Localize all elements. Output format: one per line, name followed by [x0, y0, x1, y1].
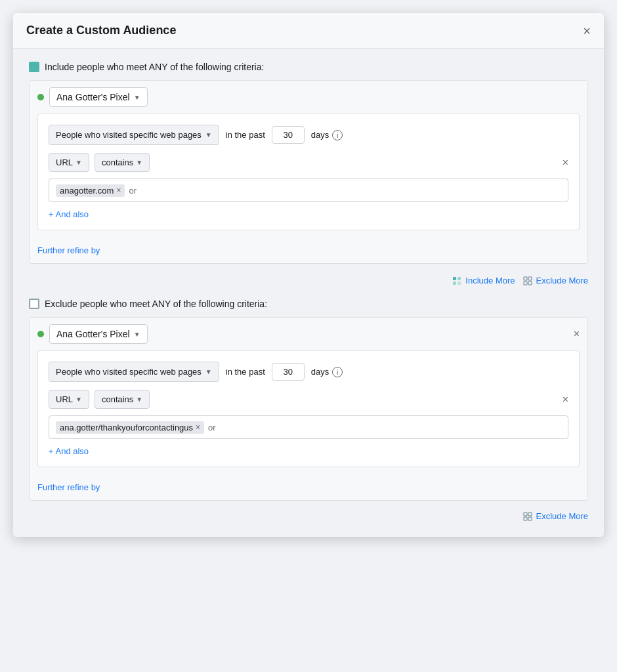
create-custom-audience-modal: Create a Custom Audience × Include peopl… — [13, 13, 604, 537]
exclude-icon — [29, 299, 39, 309]
exclude-and-also-button[interactable]: + And also — [49, 446, 89, 456]
include-more-label: Include More — [465, 276, 515, 285]
exclude-tag-value: ana.gotter/thankyouforcontactingus — [60, 423, 193, 432]
include-tag-remove-button[interactable]: × — [116, 186, 121, 195]
exclude-pixel-dropdown[interactable]: Ana Gotter's Pixel ▼ — [49, 324, 148, 344]
include-tag-value: anagotter.com — [60, 186, 114, 196]
exclude-contains-label: contains — [102, 394, 133, 404]
exclude-pixel-name: Ana Gotter's Pixel — [56, 329, 130, 339]
exclude-more-top-button[interactable]: Exclude More — [523, 276, 588, 285]
exclude-more-top-label: Exclude More — [536, 276, 588, 285]
svg-rect-3 — [457, 282, 461, 285]
exclude-more-bottom-button[interactable]: Exclude More — [523, 511, 588, 521]
exclude-or-label: or — [208, 423, 216, 432]
exclude-url-label: URL — [56, 394, 73, 404]
include-further-refine-button[interactable]: Further refine by — [37, 245, 100, 255]
pixel-name: Ana Gotter's Pixel — [56, 92, 130, 102]
modal-header: Create a Custom Audience × — [13, 13, 604, 49]
svg-rect-9 — [528, 513, 532, 516]
include-criteria-type-label: People who visited specific web pages — [56, 130, 202, 140]
bottom-actions-row: Exclude More — [29, 506, 588, 524]
exclude-url-arrow: ▼ — [75, 396, 82, 403]
svg-rect-11 — [528, 517, 532, 520]
svg-rect-0 — [453, 277, 456, 280]
exclude-url-row: URL ▼ contains ▼ × — [49, 390, 568, 409]
exclude-url-dropdown[interactable]: URL ▼ — [49, 390, 89, 409]
include-pixel-dropdown[interactable]: Ana Gotter's Pixel ▼ — [49, 87, 148, 107]
exclude-criteria-type-label: People who visited specific web pages — [56, 367, 202, 377]
exclude-pixel-dropdown-arrow: ▼ — [134, 331, 140, 338]
include-more-button[interactable]: Include More — [452, 276, 515, 285]
include-criteria-type-dropdown[interactable]: People who visited specific web pages ▼ — [49, 125, 219, 145]
pixel-dropdown-arrow: ▼ — [134, 94, 140, 101]
include-further-refine: Further refine by — [30, 238, 587, 263]
include-contains-dropdown[interactable]: contains ▼ — [95, 153, 150, 172]
exclude-criteria-top-row: People who visited specific web pages ▼ … — [49, 362, 568, 382]
exclude-criteria-type-dropdown[interactable]: People who visited specific web pages ▼ — [49, 362, 219, 382]
svg-rect-10 — [524, 517, 527, 520]
exclude-pixel-selector-row: Ana Gotter's Pixel ▼ × — [30, 318, 587, 350]
exclude-tag: ana.gotter/thankyouforcontactingus × — [56, 421, 204, 434]
include-actions-row: Include More Exclude More — [29, 269, 588, 292]
include-tag-input-row[interactable]: anagotter.com × or — [49, 178, 568, 202]
svg-rect-7 — [528, 282, 532, 285]
include-tag: anagotter.com × — [56, 184, 125, 197]
exclude-days-label: days i — [311, 367, 343, 377]
url-arrow: ▼ — [75, 159, 82, 166]
exclude-contains-dropdown[interactable]: contains ▼ — [95, 390, 150, 409]
include-url-row: URL ▼ contains ▼ × — [49, 153, 568, 172]
pixel-status-dot — [37, 94, 44, 100]
include-and-also-button[interactable]: + And also — [49, 209, 89, 219]
exclude-criteria-box: People who visited specific web pages ▼ … — [37, 350, 580, 467]
include-days-info-icon[interactable]: i — [332, 130, 343, 140]
include-days-input[interactable] — [272, 126, 305, 144]
svg-rect-5 — [528, 277, 532, 280]
include-section-header: Include people who meet ANY of the follo… — [29, 62, 588, 72]
include-url-row-close-button[interactable]: × — [563, 157, 568, 169]
exclude-more-top-icon — [523, 276, 532, 285]
exclude-criteria-type-arrow: ▼ — [205, 368, 212, 375]
exclude-further-refine: Further refine by — [30, 475, 587, 500]
include-days-label: days i — [311, 130, 343, 140]
exclude-url-row-close-button[interactable]: × — [563, 394, 568, 406]
include-pixel-selector-row: Ana Gotter's Pixel ▼ — [30, 81, 587, 114]
exclude-section: Exclude people who meet ANY of the follo… — [29, 299, 588, 501]
svg-rect-4 — [524, 277, 527, 280]
include-criteria-top-row: People who visited specific web pages ▼ … — [49, 125, 568, 145]
modal-close-button[interactable]: × — [583, 24, 591, 37]
exclude-further-refine-button[interactable]: Further refine by — [37, 482, 100, 492]
modal-title: Create a Custom Audience — [26, 24, 176, 37]
exclude-pixel-close-button[interactable]: × — [574, 328, 580, 340]
include-criteria-box: People who visited specific web pages ▼ … — [37, 114, 580, 230]
exclude-section-label: Exclude people who meet ANY of the follo… — [45, 299, 267, 309]
include-url-label: URL — [56, 158, 73, 167]
svg-rect-1 — [457, 277, 461, 280]
exclude-section-header: Exclude people who meet ANY of the follo… — [29, 299, 588, 309]
contains-arrow: ▼ — [136, 159, 142, 166]
include-contains-label: contains — [102, 158, 133, 167]
svg-rect-8 — [524, 513, 527, 516]
exclude-tag-remove-button[interactable]: × — [196, 423, 200, 432]
exclude-days-info-icon[interactable]: i — [332, 367, 343, 377]
include-or-label: or — [129, 186, 137, 196]
modal-body: Include people who meet ANY of the follo… — [13, 49, 604, 537]
criteria-type-arrow: ▼ — [205, 131, 212, 138]
exclude-tag-input-row[interactable]: ana.gotter/thankyouforcontactingus × or — [49, 415, 568, 439]
exclude-in-the-past-label: in the past — [226, 367, 265, 377]
exclude-more-bottom-icon — [523, 512, 532, 521]
include-in-the-past-label: in the past — [226, 130, 265, 140]
svg-rect-2 — [453, 282, 456, 285]
include-icon — [29, 62, 39, 72]
exclude-pixel-block: Ana Gotter's Pixel ▼ × People who visite… — [29, 317, 588, 501]
include-url-dropdown[interactable]: URL ▼ — [49, 153, 89, 172]
exclude-pixel-status-dot — [37, 331, 44, 337]
exclude-more-bottom-label: Exclude More — [536, 511, 588, 521]
include-more-icon — [452, 276, 461, 285]
exclude-contains-arrow: ▼ — [136, 396, 142, 403]
include-section-label: Include people who meet ANY of the follo… — [45, 62, 264, 72]
exclude-days-input[interactable] — [272, 363, 305, 381]
include-pixel-block: Ana Gotter's Pixel ▼ People who visited … — [29, 80, 588, 264]
svg-rect-6 — [524, 282, 527, 285]
